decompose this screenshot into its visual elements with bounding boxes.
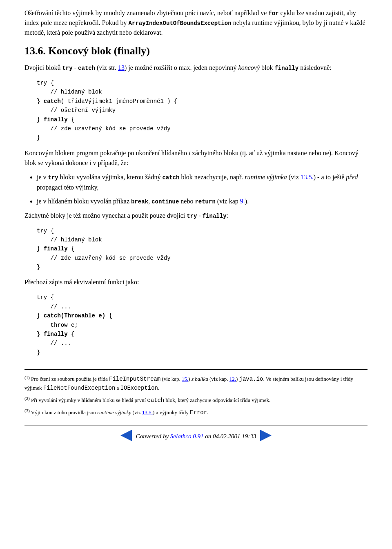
b2-text4: (viz kap (216, 198, 240, 205)
footer-text: Converted by Selathco 0.91 on 04.02.2001… (136, 433, 256, 440)
b2-text5: ). (245, 198, 249, 205)
bp3-text1: Záchytné bloky je též možno vynechat a p… (24, 212, 187, 219)
b1-italic1: runtime výjimka (245, 174, 287, 181)
fn1-code4: IOException (120, 385, 158, 391)
bp1-italic1: koncový (238, 64, 260, 71)
fn3-code1: Error (190, 409, 207, 416)
bp1-text2: - (73, 64, 78, 71)
nav-prev[interactable] (119, 430, 132, 443)
fn1-text3: ) (188, 376, 192, 382)
b1-text6: propagací této výjimky, (37, 184, 98, 191)
fn2-text2: blok, který zachycuje odpovídající třídu… (164, 397, 270, 403)
b1-code2: catch (162, 174, 179, 181)
b1-text1: je v (37, 174, 48, 181)
fn1-number: (1) (24, 376, 30, 382)
bullet-item-1: je v try bloku vyvolána výjimka, kterou … (37, 172, 368, 193)
b1-text5: ) - a to ještě (314, 174, 346, 181)
intro-para1: Ošetřování těchto výjimek by mnohdy znam… (24, 8, 368, 38)
footer-link[interactable]: Selathco 0.91 (170, 433, 204, 440)
fn1-text8: . (158, 385, 159, 391)
fn2-number: (2) (24, 397, 30, 403)
intro-text1: Ošetřování těchto výjimek by mnohdy znam… (24, 9, 268, 16)
fn3-text1: Výjimkou z toho pravidla jsou (30, 409, 97, 415)
body-para4: Přechozí zápis má ekvivalentní funkci ja… (24, 277, 368, 287)
bp1-text3: (viz str. (95, 64, 118, 71)
footnote-3: (3) Výjimkou z toho pravidla jsou runtim… (24, 407, 368, 417)
bp3-text2: - (197, 212, 202, 219)
footnotes-section: (1) Pro čtení ze souboru použita je tříd… (24, 369, 368, 417)
bp3-code2: finally (203, 213, 227, 219)
bp1-code1: try (62, 65, 72, 71)
nav-next[interactable] (260, 430, 273, 443)
b2-link1[interactable]: 9. (240, 198, 245, 205)
bp1-link1[interactable]: 13 (118, 64, 125, 71)
bp3-code1: try (187, 213, 197, 219)
bp1-text5: blok (260, 64, 274, 71)
fn1-text1: Pro čtení ze souboru použita je třída (30, 376, 109, 382)
bp1-text1: Dvojici bloků (24, 64, 62, 71)
bp1-text4: ) je možné rozšířit o max. jeden nepovin… (125, 64, 238, 71)
fn1-code1: FileInputStream (109, 376, 160, 383)
b2-code1: break (131, 199, 148, 205)
intro-code-aiobe: ArrayIndexOutOfBoundsException (129, 20, 232, 27)
section-number: 13.6. (24, 45, 46, 57)
fn2-text1: Při vyvolání výjimky v hlídaném bloku se… (30, 397, 147, 403)
fn1-text7: a (115, 385, 120, 391)
section-title: Koncový blok (finally) (49, 45, 150, 57)
b1-text4: (viz (287, 174, 301, 181)
footnote-1: (1) Pro čtení ze souboru použita je tříd… (24, 374, 368, 392)
footer-date: on 04.02.2001 19:33 (204, 433, 256, 440)
b2-text1: je v hlídaném bloku vyvolán příkaz (37, 198, 131, 205)
bp1-text6: následovně: (298, 64, 331, 71)
footer: Converted by Selathco 0.91 on 04.02.2001… (24, 425, 368, 443)
code-block-1: try { // hlídaný blok } catch( třídaVýji… (37, 78, 368, 143)
code-block-2: try { // hlídaný blok } finally { // zde… (37, 226, 368, 272)
b1-code1: try (48, 174, 58, 181)
fn2-code1: catch (147, 397, 164, 404)
bp1-code3: finally (274, 65, 298, 71)
fn1-code3: FileNotFoundException (43, 385, 115, 391)
right-arrow-icon[interactable] (260, 430, 273, 441)
bp1-code2: catch (78, 65, 95, 71)
b1-text2: bloku vyvolána výjimka, kterou žádný (58, 174, 163, 181)
bp2-text1: Koncovým blokem program pokračuje po uko… (24, 150, 189, 156)
code-block-3: try { // ... } catch(Throwable e) { thro… (37, 293, 368, 357)
fn1-italic1: z balíku (192, 376, 208, 382)
intro-code-for: for (268, 10, 278, 17)
b2-code2: continue (151, 199, 179, 205)
fn1-text2: (viz kap. (160, 376, 182, 382)
fn1-text5: ) (236, 376, 239, 382)
fn1-link1[interactable]: 15. (182, 376, 188, 382)
body-para1: Dvojici bloků try - catch (viz str. 13) … (24, 63, 368, 73)
fn1-text4: (viz kap. (208, 376, 229, 382)
fn3-text4: . (207, 409, 208, 415)
fn3-number: (3) (24, 409, 30, 415)
b1-link1[interactable]: 13.5. (301, 174, 314, 181)
fn1-code2: java.io (239, 376, 263, 383)
body-para2: Koncovým blokem program pokračuje po uko… (24, 148, 368, 168)
bp3-text3: : (227, 212, 228, 219)
fn3-text2: (viz (131, 409, 142, 415)
left-arrow-icon[interactable] (119, 430, 132, 441)
bullet-item-2: je v hlídaném bloku vyvolán příkaz break… (37, 196, 368, 207)
b2-text3: nebo (179, 198, 195, 205)
fn3-link1[interactable]: 13.5. (142, 409, 153, 415)
b2-code3: return (195, 199, 215, 205)
b1-text3: blok nezachycuje, např. (179, 174, 245, 181)
fn3-text3: ) a výjimky třídy (153, 409, 190, 415)
footer-converted-label: Converted by (136, 433, 170, 440)
fn3-italic1: runtime výjimky (97, 409, 131, 415)
section-heading: 13.6. Koncový blok (finally) (24, 45, 368, 57)
body-para3: Záchytné bloky je též možno vynechat a p… (24, 211, 368, 221)
bp4-text1: Přechozí zápis má ekvivalentní funkci ja… (24, 279, 139, 286)
fn1-link2[interactable]: 12. (229, 376, 236, 382)
b1-italic2: před (346, 174, 358, 181)
b2-text2: , (148, 198, 151, 205)
footnote-2: (2) Při vyvolání výjimky v hlídaném blok… (24, 395, 368, 405)
bullet-list: je v try bloku vyvolána výjimka, kterou … (37, 172, 368, 207)
